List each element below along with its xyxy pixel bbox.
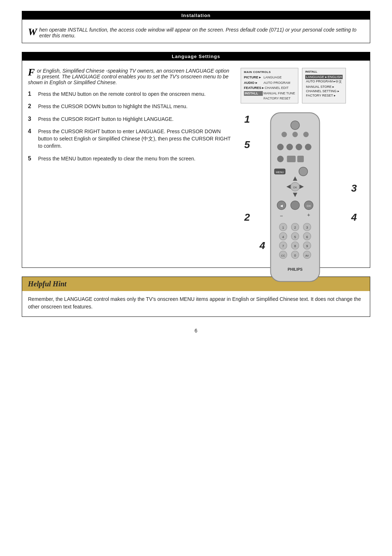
remote-area: 1 5 3 2 4 4 <box>241 110 364 262</box>
svg-text:5: 5 <box>294 235 296 238</box>
callout-2: 2 <box>244 212 250 223</box>
language-settings-section: Language Settings F or English, Simplifi… <box>22 52 370 268</box>
main-menu-box: MAIN CONTROLS PICTURE ▸ LANGUAGE AUDIO ▸… <box>241 68 298 103</box>
svg-point-6 <box>286 144 293 150</box>
step-3-text: Press the CURSOR RIGHT button to Highlig… <box>38 115 173 123</box>
svg-text:6: 6 <box>306 235 308 238</box>
language-left: F or English, Simplified Chinese -speaki… <box>28 68 233 262</box>
svg-point-1 <box>291 121 299 130</box>
install-row-language-value: ENGLISH <box>328 75 342 79</box>
installation-section: Installation W hen operate INSTALL funct… <box>22 11 370 43</box>
svg-point-3 <box>293 132 298 137</box>
install-row-factoryreset: FACTORY RESET ▸ <box>305 93 343 98</box>
main-menu-title: MAIN CONTROLS <box>244 70 295 74</box>
language-settings-header: Language Settings <box>22 52 370 61</box>
step-4-text: Press the CURSOR RIGHT button to enter L… <box>38 128 233 150</box>
svg-text:MENU: MENU <box>276 171 284 174</box>
menu-sub-language: LANGUAGE <box>264 75 282 80</box>
svg-point-7 <box>296 144 302 150</box>
step-4-number: 4 <box>28 128 34 135</box>
menu-cat-features: FEATURES ▸ <box>244 86 264 91</box>
lang-f-icon: F <box>28 66 35 78</box>
install-row-autoprog: AUTO PROGRAM ▸ 中文 <box>305 79 343 85</box>
install-submenu-title: INSTALL <box>305 70 343 73</box>
svg-point-5 <box>277 144 284 150</box>
menu-cat-install: INSTALL <box>244 91 263 96</box>
svg-text:PHILIPS: PHILIPS <box>288 267 303 271</box>
svg-text:CC: CC <box>281 254 285 257</box>
menu-cat-audio: AUDIO ▸ <box>244 81 263 86</box>
svg-text:3: 3 <box>306 226 308 229</box>
step-1-number: 1 <box>28 91 34 97</box>
install-row-channelsetting: CHANNEL SETTING ▸ <box>305 89 343 93</box>
svg-text:1: 1 <box>282 226 284 229</box>
menu-cat-picture: PICTURE ▸ <box>244 75 263 80</box>
menu-sub-manualfine: MANUAL FINE TUNE <box>264 91 295 96</box>
menu-entry-features: FEATURES ▸ CHANNEL EDIT <box>244 86 295 91</box>
hint-title-text: Helpful Hint <box>28 280 66 288</box>
main-menu-col: PICTURE ▸ LANGUAGE AUDIO ▸ AUTO PROGRAM … <box>244 75 295 101</box>
svg-text:AV: AV <box>305 254 309 257</box>
hint-body-text: Remember, the LANGUAGE control makes onl… <box>28 296 361 310</box>
installation-header: Installation <box>22 11 370 20</box>
step-4: 4 Press the CURSOR RIGHT button to enter… <box>28 128 233 150</box>
callout-4-right: 4 <box>351 212 357 223</box>
svg-text:8: 8 <box>294 244 296 248</box>
svg-point-8 <box>305 144 311 150</box>
svg-point-2 <box>282 132 287 137</box>
diagrams-row: MAIN CONTROLS PICTURE ▸ LANGUAGE AUDIO ▸… <box>241 68 364 103</box>
step-5-number: 5 <box>28 155 34 162</box>
step-2-text: Press the CURSOR DOWN button to highligh… <box>38 103 188 110</box>
step-5: 5 Press the MENU button repeatedly to cl… <box>28 155 233 162</box>
menu-entry-audio: AUDIO ▸ AUTO PROGRAM <box>244 81 295 86</box>
installation-header-text: Installation <box>181 13 211 18</box>
install-row-manualstore: MANUAL STORE ▸ <box>305 85 343 89</box>
svg-text:CH: CH <box>307 204 311 208</box>
install-row-channelsetting-label: CHANNEL SETTING ▸ <box>306 89 339 93</box>
callout-3: 3 <box>351 183 357 194</box>
install-row-language-label: LANGUAGE ▸ <box>306 75 327 79</box>
callout-1: 1 <box>244 114 250 125</box>
page-number-text: 6 <box>195 328 197 334</box>
lang-intro: F or English, Simplified Chinese -speaki… <box>28 68 233 85</box>
svg-text:◀: ◀ <box>280 204 283 208</box>
language-content: F or English, Simplified Chinese -speaki… <box>22 64 370 267</box>
installation-text: hen operate INSTALL function, the access… <box>39 27 356 38</box>
svg-text:0: 0 <box>294 253 296 257</box>
install-submenu-box: INSTALL LANGUAGE ▸ ENGLISH AUTO PROGRAM … <box>302 68 346 103</box>
svg-text:2: 2 <box>294 226 296 229</box>
install-row-autoprog-value: 中文 <box>335 79 342 84</box>
install-row-language: LANGUAGE ▸ ENGLISH <box>305 75 343 79</box>
step-2-number: 2 <box>28 103 34 110</box>
install-w-icon: W <box>28 26 37 38</box>
menu-sub-factoryreset: FACTORY RESET <box>264 96 291 101</box>
menu-sub-channeledit: CHANNEL EDIT <box>265 86 289 91</box>
install-row-factoryreset-label: FACTORY RESET ▸ <box>306 94 336 97</box>
svg-text:+: + <box>307 212 310 218</box>
install-row-manualstore-label: MANUAL STORE ▸ <box>306 85 334 89</box>
svg-point-14 <box>299 167 308 176</box>
step-3-number: 3 <box>28 116 34 122</box>
step-1-text: Press the MENU button on the remote cont… <box>38 90 205 98</box>
page-number: 6 <box>22 328 370 334</box>
svg-text:4: 4 <box>282 235 284 238</box>
svg-text:7: 7 <box>282 244 284 248</box>
svg-text:−: − <box>280 213 283 219</box>
steps-list: 1 Press the MENU button on the remote co… <box>28 90 233 162</box>
menu-entry-factory: FACTORY RESET <box>244 96 295 101</box>
lang-intro-text: or English, Simplified Chinese -speaking… <box>28 68 229 85</box>
callout-5: 5 <box>244 139 250 151</box>
svg-rect-10 <box>287 156 296 162</box>
menu-sub-autoprog: AUTO PROGRAM <box>264 81 290 86</box>
menu-entry-picture: PICTURE ▸ LANGUAGE <box>244 75 295 80</box>
svg-point-23 <box>291 201 299 209</box>
step-5-text: Press the MENU button repeatedly to clea… <box>38 155 195 162</box>
step-1: 1 Press the MENU button on the remote co… <box>28 90 233 98</box>
svg-point-4 <box>303 132 309 137</box>
language-right: MAIN CONTROLS PICTURE ▸ LANGUAGE AUDIO ▸… <box>241 68 364 262</box>
step-2: 2 Press the CURSOR DOWN button to highli… <box>28 103 233 110</box>
install-row-autoprog-label: AUTO PROGRAM ▸ <box>306 79 335 84</box>
language-settings-header-text: Language Settings <box>172 54 220 59</box>
svg-rect-11 <box>297 156 304 162</box>
menu-entry-install: INSTALL MANUAL FINE TUNE <box>244 91 295 96</box>
